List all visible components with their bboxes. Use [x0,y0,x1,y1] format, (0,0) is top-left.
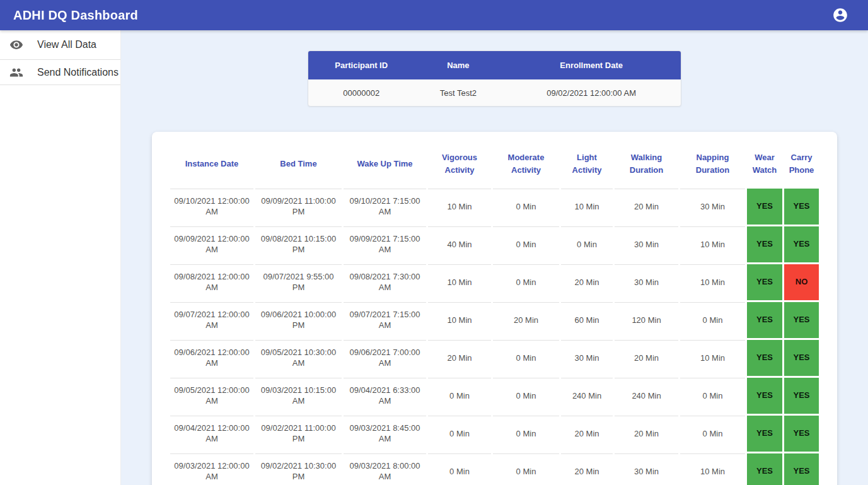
data-cell: 0 Min [428,378,491,414]
data-cell: 20 Min [561,264,613,300]
data-cell: 20 Min [615,340,678,376]
data-cell: 10 Min [428,264,491,300]
data-cell: 0 Min [561,226,613,262]
data-cell: 10 Min [428,189,491,225]
table-row: 09/07/2021 12:00:00 AM09/06/2021 10:00:0… [170,302,819,338]
main-data-table: Instance DateBed TimeWake Up TimeVigorou… [168,139,821,485]
account-circle-icon-glyph [832,7,848,23]
account-circle-icon[interactable] [831,6,849,24]
status-cell-yes: YES [784,453,819,485]
column-header: Carry Phone [784,141,819,187]
table-row: 09/04/2021 12:00:00 AM09/02/2021 11:00:0… [170,416,819,452]
table-row: 09/06/2021 12:00:00 AM09/05/2021 10:30:0… [170,340,819,376]
data-cell: 30 Min [561,340,613,376]
data-cell: 09/05/2021 10:30:00 AM [255,340,342,376]
column-header: Moderate Activity [493,141,559,187]
data-cell: 09/03/2021 8:45:00 AM [344,416,426,452]
column-header: Vigorous Activity [428,141,491,187]
app-bar: ADHI DQ Dashboard [0,0,868,30]
column-header: Enrollment Date [502,51,681,79]
data-cell: 09/06/2021 7:00:00 AM [344,340,426,376]
data-cell: 09/02/2021 11:00:00 PM [255,416,342,452]
table-row: 09/09/2021 12:00:00 AM09/08/2021 10:15:0… [170,226,819,262]
sidebar: View All Data Send Notifications [0,30,121,485]
status-cell-yes: YES [747,264,782,300]
data-cell: 09/04/2021 6:33:00 AM [344,378,426,414]
data-cell: 09/08/2021 10:15:00 PM [255,226,342,262]
status-cell-yes: YES [784,226,819,262]
participant-table-grid: Participant IDNameEnrollment Date0000000… [308,51,681,106]
data-cell: 09/02/2021 12:00:00 AM [502,79,681,106]
column-header: Wake Up Time [344,141,426,187]
data-cell: 09/07/2021 12:00:00 AM [170,302,253,338]
table-row: 09/05/2021 12:00:00 AM09/03/2021 10:15:0… [170,378,819,414]
main-table-card: Instance DateBed TimeWake Up TimeVigorou… [152,132,837,485]
data-cell: 09/08/2021 7:30:00 AM [344,264,426,300]
column-header: Light Activity [561,141,613,187]
table-row: 09/08/2021 12:00:00 AM09/07/2021 9:55:00… [170,264,819,300]
data-cell: 60 Min [561,302,613,338]
eye-icon [9,38,23,52]
data-cell: 0 Min [493,264,559,300]
data-cell: 09/07/2021 7:15:00 AM [344,302,426,338]
data-cell: 09/10/2021 7:15:00 AM [344,189,426,225]
people-icon [9,66,23,79]
column-header: Wear Watch [747,141,782,187]
data-cell: 0 Min [493,378,559,414]
data-cell: 09/09/2021 11:00:00 PM [255,189,342,225]
sidebar-item-label: Send Notifications [37,67,119,78]
column-header: Participant ID [308,51,414,79]
sidebar-item-view-all-data[interactable]: View All Data [0,30,120,59]
data-cell: 120 Min [615,302,678,338]
table-row: 00000002Test Test209/02/2021 12:00:00 AM [308,79,681,106]
column-header: Napping Duration [680,141,745,187]
data-cell: 30 Min [615,264,678,300]
data-cell: 20 Min [561,453,613,485]
data-cell: 09/07/2021 9:55:00 PM [255,264,342,300]
status-cell-yes: YES [747,453,782,485]
data-cell: 09/03/2021 10:15:00 AM [255,378,342,414]
data-cell: 240 Min [615,378,678,414]
data-cell: 09/09/2021 12:00:00 AM [170,226,253,262]
data-cell: 10 Min [680,340,745,376]
column-header: Name [414,51,502,79]
content-area: Participant IDNameEnrollment Date0000000… [121,30,868,485]
table-row: 09/10/2021 12:00:00 AM09/09/2021 11:00:0… [170,189,819,225]
status-cell-yes: YES [747,302,782,338]
data-cell: 30 Min [615,453,678,485]
column-header: Instance Date [170,141,253,187]
status-cell-yes: YES [747,416,782,452]
data-cell: 0 Min [680,378,745,414]
sidebar-item-label: View All Data [37,39,96,50]
sidebar-divider [0,85,120,85]
data-cell: 09/04/2021 12:00:00 AM [170,416,253,452]
data-cell: Test Test2 [414,79,502,106]
data-cell: 10 Min [428,302,491,338]
data-cell: 09/08/2021 12:00:00 AM [170,264,253,300]
column-header: Bed Time [255,141,342,187]
header-row: Instance DateBed TimeWake Up TimeVigorou… [170,141,819,187]
data-cell: 20 Min [615,416,678,452]
data-cell: 10 Min [680,226,745,262]
data-cell: 09/06/2021 10:00:00 PM [255,302,342,338]
status-cell-yes: YES [784,189,819,225]
data-cell: 20 Min [428,340,491,376]
data-cell: 09/10/2021 12:00:00 AM [170,189,253,225]
data-cell: 20 Min [615,189,678,225]
data-cell: 09/05/2021 12:00:00 AM [170,378,253,414]
status-cell-yes: YES [747,226,782,262]
table-row: 09/03/2021 12:00:00 AM09/02/2021 10:30:0… [170,453,819,485]
data-cell: 10 Min [561,189,613,225]
participant-table: Participant IDNameEnrollment Date0000000… [308,50,681,107]
sidebar-item-send-notifications[interactable]: Send Notifications [0,60,120,85]
data-cell: 0 Min [428,453,491,485]
status-cell-yes: YES [747,378,782,414]
data-cell: 30 Min [615,226,678,262]
data-cell: 0 Min [493,453,559,485]
data-cell: 0 Min [680,302,745,338]
data-cell: 0 Min [493,340,559,376]
data-cell: 20 Min [493,302,559,338]
data-cell: 30 Min [680,189,745,225]
data-cell: 0 Min [428,416,491,452]
data-cell: 10 Min [680,453,745,485]
